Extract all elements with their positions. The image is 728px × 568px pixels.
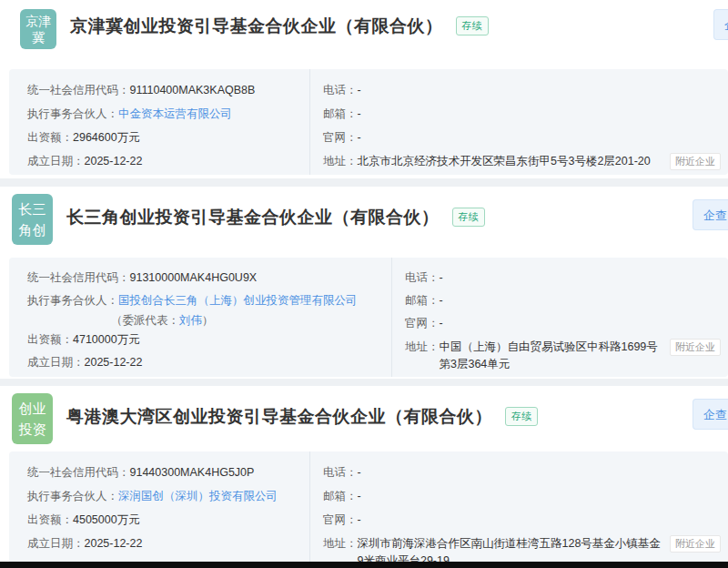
info-right-column: 电话：- 邮箱：- 官网：- 地址： 深圳市前海深港合作区南山街道桂湾五路128… bbox=[309, 451, 728, 568]
website-label: 官网： bbox=[405, 317, 440, 330]
website-row: 官网：- bbox=[323, 508, 721, 532]
address-row: 地址： 中国（上海）自由贸易试验区中科路1699号第3层364单元 附近企业 bbox=[405, 335, 721, 373]
credit-code-label: 统一社会信用代码： bbox=[27, 84, 130, 96]
email-row: 邮箱：- bbox=[323, 102, 721, 126]
email-row: 邮箱：- bbox=[405, 289, 721, 312]
screenshot-bottom-edge bbox=[0, 562, 728, 568]
status-badge: 存续 bbox=[456, 16, 489, 36]
company-avatar: 京津 冀 bbox=[20, 9, 56, 49]
avatar-text-line2: 角创 bbox=[12, 219, 53, 240]
info-left-column: 统一社会信用代码：91110400MAK3KAQB8B 执行事务合伙人：中金资本… bbox=[9, 69, 309, 175]
credit-code-value: 91110400MAK3KAQB8B bbox=[130, 84, 256, 96]
address-row: 地址： 北京市北京经济技术开发区荣昌东街甲5号3号楼2层201-20 附近企业 bbox=[323, 149, 721, 170]
email-row: 邮箱：- bbox=[323, 484, 721, 508]
established-value: 2025-12-22 bbox=[85, 356, 143, 369]
company-avatar: 长三 角创 bbox=[12, 194, 53, 245]
email-label: 邮箱： bbox=[323, 490, 358, 502]
established-value: 2025-12-22 bbox=[85, 537, 143, 550]
email-value: - bbox=[358, 107, 361, 120]
website-value: - bbox=[358, 513, 361, 526]
credit-code-label: 统一社会信用代码： bbox=[27, 271, 130, 284]
delegate-name-link[interactable]: 刘伟 bbox=[179, 314, 202, 327]
website-row: 官网：- bbox=[405, 312, 721, 335]
nearby-companies-button[interactable]: 附近企业 bbox=[670, 153, 721, 170]
company-name-link[interactable]: 京津冀创业投资引导基金合伙企业（有限合伙） bbox=[70, 15, 443, 38]
partner-label: 执行事务合伙人： bbox=[27, 294, 118, 307]
established-label: 成立日期： bbox=[27, 155, 85, 167]
capital-value: 4710000万元 bbox=[73, 333, 140, 346]
nearby-companies-button[interactable]: 附近企业 bbox=[670, 535, 721, 553]
credit-code-value: 91440300MAK4HG5J0P bbox=[130, 466, 255, 479]
email-label: 邮箱： bbox=[405, 294, 440, 307]
delegate-prefix: （委派代表： bbox=[111, 314, 179, 327]
avatar-text-line1: 长三 bbox=[12, 198, 53, 219]
partner-label: 执行事务合伙人： bbox=[27, 107, 118, 120]
partner-link[interactable]: 国投创合长三角（上海）创业投资管理有限公司 bbox=[118, 294, 358, 307]
address-value: 中国（上海）自由贸易试验区中科路1699号第3层364单元 bbox=[440, 339, 663, 373]
website-label: 官网： bbox=[323, 513, 358, 526]
company-info-panel: 统一社会信用代码：91440300MAK4HG5J0P 执行事务合伙人：深润国创… bbox=[9, 451, 728, 568]
nearby-companies-button[interactable]: 附近企业 bbox=[670, 339, 721, 356]
card-header: 京津 冀 京津冀创业投资引导基金合伙企业（有限合伙） 存续 企查 bbox=[0, 0, 728, 49]
avatar-text-line1: 京津 bbox=[20, 13, 56, 29]
company-card: 京津 冀 京津冀创业投资引导基金合伙企业（有限合伙） 存续 企查 统一社会信用代… bbox=[0, 0, 728, 178]
status-badge: 存续 bbox=[452, 208, 485, 227]
delegate-suffix: ） bbox=[202, 314, 214, 327]
company-profile-button[interactable]: 企查 bbox=[693, 199, 728, 230]
info-right-column: 电话：- 邮箱：- 官网：- 地址： 中国（上海）自由贸易试验区中科路1699号… bbox=[391, 258, 728, 377]
phone-label: 电话： bbox=[405, 271, 440, 284]
capital-label: 出资额： bbox=[27, 513, 73, 526]
address-label: 地址： bbox=[323, 153, 358, 170]
credit-code-row: 统一社会信用代码：91110400MAK3KAQB8B bbox=[27, 78, 309, 102]
card-header: 创业 投资 粤港澳大湾区创业投资引导基金合伙企业（有限合伙） 存续 企查 bbox=[0, 386, 728, 444]
company-name-link[interactable]: 长三角创业投资引导基金合伙企业（有限合伙） bbox=[66, 206, 440, 229]
capital-row: 出资额：4710000万元 bbox=[27, 329, 391, 351]
credit-code-row: 统一社会信用代码：91310000MAK4HG0U9X bbox=[27, 267, 391, 289]
capital-row: 出资额：4505000万元 bbox=[27, 508, 309, 532]
email-value: - bbox=[358, 490, 361, 502]
avatar-text-line2: 投资 bbox=[12, 419, 53, 440]
info-right-column: 电话：- 邮箱：- 官网：- 地址： 北京市北京经济技术开发区荣昌东街甲5号3号… bbox=[309, 69, 728, 175]
email-label: 邮箱： bbox=[323, 107, 358, 120]
phone-row: 电话：- bbox=[323, 461, 721, 484]
partner-label: 执行事务合伙人： bbox=[27, 490, 118, 502]
partner-row: 执行事务合伙人：国投创合长三角（上海）创业投资管理有限公司 bbox=[27, 289, 391, 312]
company-profile-button[interactable]: 企查 bbox=[693, 399, 728, 430]
company-card: 创业 投资 粤港澳大湾区创业投资引导基金合伙企业（有限合伙） 存续 企查 统一社… bbox=[0, 386, 728, 568]
website-value: - bbox=[358, 131, 361, 144]
established-row: 成立日期：2025-12-22 bbox=[27, 149, 309, 173]
credit-code-row: 统一社会信用代码：91440300MAK4HG5J0P bbox=[27, 461, 309, 484]
established-label: 成立日期： bbox=[27, 356, 85, 369]
phone-label: 电话： bbox=[323, 466, 358, 479]
capital-row: 出资额：2964600万元 bbox=[27, 126, 309, 149]
delegate-row: （委派代表：刘伟） bbox=[27, 312, 391, 329]
phone-value: - bbox=[358, 84, 361, 96]
phone-row: 电话：- bbox=[323, 78, 721, 102]
company-profile-button[interactable]: 企查 bbox=[713, 9, 728, 40]
status-badge: 存续 bbox=[505, 407, 538, 426]
card-header: 长三 角创 长三角创业投资引导基金合伙企业（有限合伙） 存续 企查 bbox=[0, 187, 728, 245]
credit-code-label: 统一社会信用代码： bbox=[27, 466, 130, 479]
partner-row: 执行事务合伙人：中金资本运营有限公司 bbox=[27, 102, 309, 126]
avatar-text-line2: 冀 bbox=[20, 29, 56, 46]
company-card: 长三 角创 长三角创业投资引导基金合伙企业（有限合伙） 存续 企查 统一社会信用… bbox=[0, 187, 728, 379]
phone-value: - bbox=[358, 466, 361, 479]
email-value: - bbox=[440, 294, 443, 307]
phone-label: 电话： bbox=[323, 84, 358, 96]
company-info-panel: 统一社会信用代码：91310000MAK4HG0U9X 执行事务合伙人：国投创合… bbox=[9, 258, 728, 377]
capital-label: 出资额： bbox=[27, 333, 73, 346]
established-row: 成立日期：2025-12-22 bbox=[27, 351, 391, 374]
credit-code-value: 91310000MAK4HG0U9X bbox=[130, 271, 258, 284]
website-row: 官网：- bbox=[323, 126, 721, 149]
company-name-link[interactable]: 粤港澳大湾区创业投资引导基金合伙企业（有限合伙） bbox=[66, 405, 492, 429]
partner-link[interactable]: 深润国创（深圳）投资有限公司 bbox=[118, 490, 278, 502]
partner-link[interactable]: 中金资本运营有限公司 bbox=[118, 107, 232, 120]
established-label: 成立日期： bbox=[27, 537, 85, 550]
phone-value: - bbox=[440, 271, 443, 284]
company-avatar: 创业 投资 bbox=[12, 393, 53, 444]
website-value: - bbox=[440, 317, 443, 330]
avatar-text-line1: 创业 bbox=[12, 398, 53, 419]
capital-value: 2964600万元 bbox=[73, 131, 140, 144]
address-label: 地址： bbox=[405, 339, 440, 373]
info-left-column: 统一社会信用代码：91440300MAK4HG5J0P 执行事务合伙人：深润国创… bbox=[9, 451, 309, 568]
